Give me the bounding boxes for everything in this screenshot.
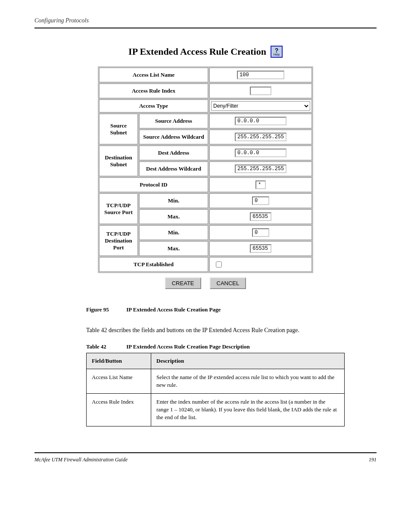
desc-col-desc: Description [151,353,345,369]
label-src-port-min: Min. [139,193,208,208]
label-dst-port-max: Max. [139,241,208,256]
button-row: CREATE CANCEL [34,277,377,289]
label-dst-port-min: Min. [139,225,208,240]
footer-left: McAfee UTM Firewall Administration Guide [34,457,128,463]
dest-wildcard-input[interactable] [235,165,286,173]
label-access-type: Access Type [99,100,208,112]
label-src-port-max: Max. [139,209,208,224]
form-title-row: IP Extended Access Rule Creation ? Help [34,46,377,58]
protocol-id-input[interactable] [255,180,266,189]
desc-value: Enter the index number of the access rul… [151,393,345,426]
figure-caption: Figure 95 IP Extended Access Rule Creati… [86,306,377,313]
label-access-list-name: Access List Name [99,68,208,82]
table-caption: Table 42 IP Extended Access Rule Creatio… [86,343,377,350]
desc-field: Access Rule Index [87,393,151,426]
cancel-button[interactable]: CANCEL [210,277,246,289]
desc-value: Select the name of the IP extended acces… [151,369,345,393]
table-row: Access Rule Index Enter the index number… [87,393,345,426]
header-rule [34,28,377,28]
help-icon[interactable]: ? Help [271,46,283,58]
group-source-subnet: Source Subnet [99,114,138,144]
dest-address-input[interactable] [235,149,286,157]
label-dest-address: Dest Address [139,146,208,160]
access-type-select[interactable]: Deny/Filter [211,101,310,111]
table-title: IP Extended Access Rule Creation Page De… [126,343,249,350]
figure-number: Figure 95 [86,306,125,313]
label-protocol-id: Protocol ID [99,177,208,192]
table-number: Table 42 [86,343,125,350]
label-access-rule-index: Access Rule Index [99,84,208,98]
table-row: Access List Name Select the name of the … [87,369,345,393]
description-intro: Table 42 describes the fields and button… [86,326,345,335]
src-port-max-input[interactable] [250,212,271,221]
access-rule-form: Access List Name Access Rule Index Acces… [98,66,313,273]
src-port-min-input[interactable] [252,196,269,205]
access-rule-index-input[interactable] [250,87,271,95]
group-src-port: TCP/UDP Source Port [99,193,138,224]
source-address-input[interactable] [235,117,286,125]
description-table: Field/Button Description Access List Nam… [86,353,345,426]
label-source-address: Source Address [139,114,208,128]
figure-title: IP Extended Access Rule Creation Page [126,306,221,313]
label-source-wildcard: Source Address Wildcard [139,130,208,144]
footer-page-number: 191 [369,457,377,463]
label-dest-wildcard: Dest Address Wildcard [139,162,208,176]
desc-field: Access List Name [87,369,151,393]
page-title: IP Extended Access Rule Creation [128,46,266,57]
tcp-established-checkbox[interactable] [216,261,222,268]
breadcrumb: Configuring Protocols [34,17,377,24]
source-wildcard-input[interactable] [235,133,286,141]
desc-col-field: Field/Button [87,353,151,369]
access-list-name-input[interactable] [237,71,284,79]
create-button[interactable]: CREATE [165,277,201,289]
label-tcp-established: TCP Established [99,257,208,272]
dst-port-max-input[interactable] [250,244,271,253]
dst-port-min-input[interactable] [252,228,269,237]
page-footer: McAfee UTM Firewall Administration Guide… [34,452,377,463]
group-dest-subnet: Destination Subnet [99,146,138,176]
group-dst-port: TCP/UDP Destination Port [99,225,138,256]
